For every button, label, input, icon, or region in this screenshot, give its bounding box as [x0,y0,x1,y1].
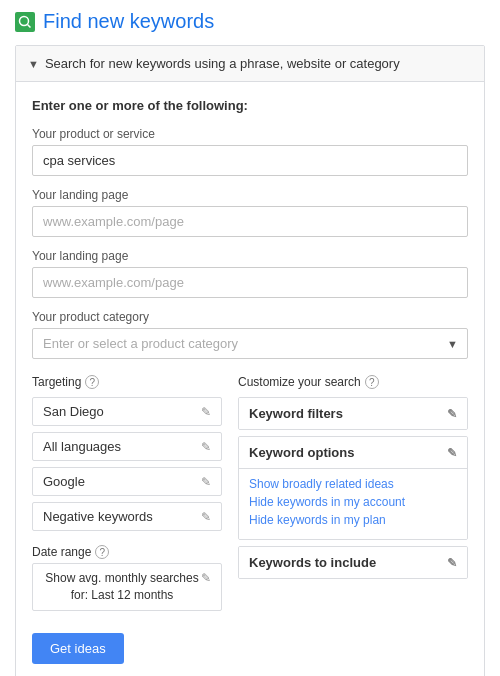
product-label: Your product or service [32,127,468,141]
landing-label-1: Your landing page [32,188,468,202]
product-input[interactable] [32,145,468,176]
date-range-help-icon[interactable]: ? [95,545,109,559]
svg-point-0 [20,16,29,25]
keywords-include-panel: Keywords to include ✎ [238,546,468,579]
customize-title: Customize your search [238,375,361,389]
targeting-negative-label: Negative keywords [43,509,153,524]
get-ideas-button[interactable]: Get ideas [32,633,124,664]
product-group: Your product or service [32,127,468,176]
landing-page-group-2: Your landing page [32,249,468,298]
targeting-btn-negative[interactable]: Negative keywords ✎ [32,502,222,531]
keywords-include-title: Keywords to include [249,555,376,570]
category-select-wrapper: Enter or select a product category ▼ [32,328,468,359]
page-container: Find new keywords ▼ Search for new keywo… [0,0,500,676]
date-range-btn[interactable]: Show avg. monthly searches for: Last 12 … [32,563,222,611]
svg-line-1 [28,24,31,27]
date-range-area: Date range ? Show avg. monthly searches … [32,545,222,611]
form-intro: Enter one or more of the following: [32,98,468,113]
keyword-filters-edit-icon: ✎ [447,407,457,421]
edit-pencil-icon: ✎ [201,405,211,419]
customize-help-icon[interactable]: ? [365,375,379,389]
targeting-btn-location[interactable]: San Diego ✎ [32,397,222,426]
right-column: Customize your search ? Keyword filters … [238,375,468,617]
landing-label-2: Your landing page [32,249,468,263]
keyword-options-item-2[interactable]: Hide keywords in my account [249,493,457,511]
find-keywords-icon [15,12,35,32]
left-column: Targeting ? San Diego ✎ All languages ✎ … [32,375,222,617]
collapsible-section: ▼ Search for new keywords using a phrase… [15,45,485,676]
collapsible-header[interactable]: ▼ Search for new keywords using a phrase… [16,46,484,82]
targeting-title-area: Targeting ? [32,375,222,389]
keyword-options-edit-icon: ✎ [447,446,457,460]
category-select[interactable]: Enter or select a product category [32,328,468,359]
category-label: Your product category [32,310,468,324]
page-header: Find new keywords [15,10,485,33]
targeting-help-icon[interactable]: ? [85,375,99,389]
edit-pencil-icon-3: ✎ [201,475,211,489]
keywords-include-edit-icon: ✎ [447,556,457,570]
keyword-options-panel: Keyword options ✎ Show broadly related i… [238,436,468,540]
keywords-include-header[interactable]: Keywords to include ✎ [239,547,467,578]
keyword-options-header[interactable]: Keyword options ✎ [239,437,467,468]
keyword-filters-panel: Keyword filters ✎ [238,397,468,430]
category-group: Your product category Enter or select a … [32,310,468,359]
targeting-network-label: Google [43,474,85,489]
customize-title-area: Customize your search ? [238,375,468,389]
targeting-title: Targeting [32,375,81,389]
edit-pencil-icon-4: ✎ [201,510,211,524]
collapsible-header-text: Search for new keywords using a phrase, … [45,56,400,71]
targeting-btn-network[interactable]: Google ✎ [32,467,222,496]
targeting-btn-language[interactable]: All languages ✎ [32,432,222,461]
date-range-title-area: Date range ? [32,545,222,559]
date-range-title: Date range [32,545,91,559]
keyword-options-item-1[interactable]: Show broadly related ideas [249,475,457,493]
form-section: Enter one or more of the following: Your… [16,82,484,676]
landing-input-1[interactable] [32,206,468,237]
keyword-options-item-3[interactable]: Hide keywords in my plan [249,511,457,529]
keyword-options-body: Show broadly related ideas Hide keywords… [239,468,467,539]
two-col-layout: Targeting ? San Diego ✎ All languages ✎ … [32,375,468,617]
keyword-filters-header[interactable]: Keyword filters ✎ [239,398,467,429]
date-range-label: Show avg. monthly searches for: Last 12 … [43,570,201,604]
collapse-arrow-icon: ▼ [28,58,39,70]
keyword-options-title: Keyword options [249,445,354,460]
page-title: Find new keywords [43,10,214,33]
targeting-location-label: San Diego [43,404,104,419]
keyword-filters-title: Keyword filters [249,406,343,421]
landing-input-2[interactable] [32,267,468,298]
targeting-language-label: All languages [43,439,121,454]
landing-page-group-1: Your landing page [32,188,468,237]
edit-pencil-icon-2: ✎ [201,440,211,454]
date-range-edit-icon: ✎ [201,570,211,587]
